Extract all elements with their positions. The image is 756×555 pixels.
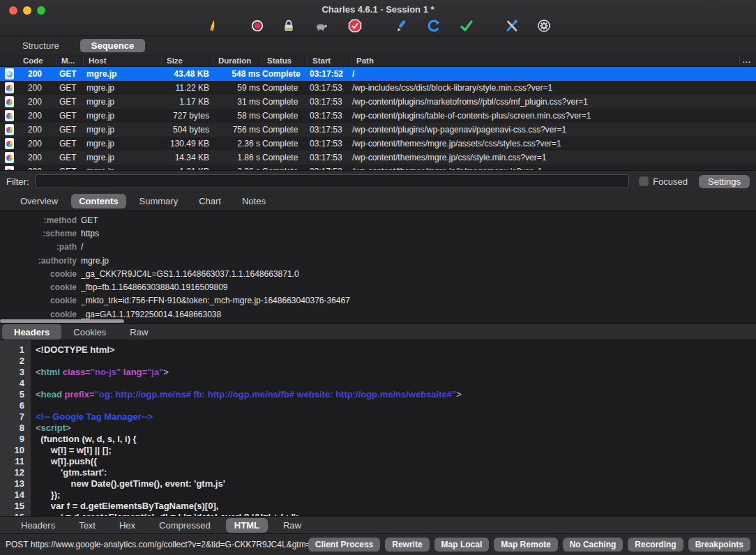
table-row[interactable]: 200GETmgre.jp130.49 KB2.36 sComplete03:1… bbox=[0, 137, 756, 151]
header-row[interactable]: :authoritymgre.jp bbox=[0, 254, 756, 267]
header-row[interactable]: cookie_ga_CKK7R9JC4L=GS1.1.1648663037.1.… bbox=[0, 267, 756, 280]
line-number: 13 bbox=[0, 478, 24, 489]
tab-overview[interactable]: Overview bbox=[13, 194, 66, 208]
request-tab-headers[interactable]: Headers bbox=[2, 324, 61, 340]
column-header-status[interactable]: Status bbox=[262, 56, 307, 66]
status-button-breakpoints[interactable]: Breakpoints bbox=[688, 538, 750, 552]
line-number: 5 bbox=[0, 389, 24, 400]
start-time: 03:17:53 bbox=[307, 111, 351, 121]
status-code: 200 bbox=[18, 139, 56, 149]
view-tab-structure[interactable]: Structure bbox=[14, 39, 68, 52]
line-number: 8 bbox=[0, 423, 24, 434]
status-buttons: Client ProcessRewriteMap LocalMap Remote… bbox=[308, 538, 750, 552]
settings-gear-icon[interactable] bbox=[536, 18, 552, 33]
css-document-icon bbox=[5, 124, 14, 135]
response-tab-raw[interactable]: Raw bbox=[275, 518, 310, 533]
host: mgre.jp bbox=[83, 97, 161, 107]
header-value: _mkto_trk=id:756-FFN-910&token:_mch-mgre… bbox=[81, 296, 756, 305]
column-header-m[interactable]: M... bbox=[56, 56, 83, 66]
path: /wp-content/plugins/table-of-contents-pl… bbox=[351, 111, 756, 121]
response-tab-compressed[interactable]: Compressed bbox=[151, 518, 219, 533]
response-tab-hex[interactable]: Hex bbox=[111, 518, 144, 533]
status-button-client-process[interactable]: Client Process bbox=[308, 538, 380, 552]
tab-notes[interactable]: Notes bbox=[234, 194, 273, 208]
view-tab-sequence[interactable]: Sequence bbox=[80, 39, 145, 52]
path: /wp-content/plugins/marketofroms//pbl/cs… bbox=[351, 97, 756, 107]
header-row[interactable]: cookie_mkto_trk=id:756-FFN-910&token:_mc… bbox=[0, 294, 756, 307]
line-number: 3 bbox=[0, 367, 24, 378]
code-line: <head prefix="og: http://ogp.me/ns# fb: … bbox=[36, 389, 756, 400]
code-line: <html class="no-js" lang="ja"> bbox=[36, 367, 756, 378]
tab-contents[interactable]: Contents bbox=[71, 194, 126, 208]
table-row[interactable]: 200GETmgre.jp43.48 KB548 msComplete03:17… bbox=[0, 67, 756, 81]
code-line: <!-- Google Tag Manager--> bbox=[36, 411, 756, 423]
repeat-icon[interactable] bbox=[426, 18, 441, 33]
status-button-map-remote[interactable]: Map Remote bbox=[494, 538, 557, 552]
request-tab-raw[interactable]: Raw bbox=[118, 324, 160, 340]
line-number: 4 bbox=[0, 378, 24, 389]
duration: 1.86 s bbox=[213, 153, 262, 162]
header-row[interactable]: :schemehttps bbox=[0, 227, 756, 240]
compose-icon[interactable] bbox=[394, 18, 409, 33]
table-row[interactable]: 200GETmgre.jp504 bytes756 msComplete03:1… bbox=[0, 123, 756, 137]
table-row[interactable]: 200GETmgre.jp11.22 KB59 msComplete03:17:… bbox=[0, 81, 756, 95]
table-row[interactable]: 200GETmgre.jp727 bytes58 msComplete03:17… bbox=[0, 109, 756, 123]
column-header-code[interactable]: Code bbox=[18, 56, 56, 66]
line-number: 10 bbox=[0, 445, 24, 456]
header-row[interactable]: :path/ bbox=[0, 241, 756, 254]
start-time: 03:17:52 bbox=[307, 69, 351, 79]
header-value: https bbox=[81, 229, 756, 238]
charles-window: Charles 4.6.1 - Session 1 * StructureSeq… bbox=[0, 0, 756, 555]
response-tab-headers[interactable]: Headers bbox=[13, 518, 63, 533]
header-row[interactable]: :methodGET bbox=[0, 213, 756, 227]
throttle-icon[interactable] bbox=[314, 18, 329, 33]
status-button-recording[interactable]: Recording bbox=[628, 538, 683, 552]
status-button-map-local[interactable]: Map Local bbox=[434, 538, 490, 552]
table-header: CodeM...HostSizeDurationStatusStartPath.… bbox=[0, 54, 756, 67]
size: 727 bytes bbox=[161, 111, 213, 121]
status-code: 200 bbox=[18, 97, 56, 107]
path: / bbox=[351, 69, 756, 79]
column-header-size[interactable]: Size bbox=[161, 56, 213, 66]
header-row[interactable]: cookie_fbp=fb.1.1648663038840.1916509809 bbox=[0, 280, 756, 294]
breakpoints-icon[interactable] bbox=[347, 18, 363, 33]
column-options-button[interactable]: ... bbox=[739, 56, 754, 64]
filter-settings-button[interactable]: Settings bbox=[699, 175, 750, 188]
filter-bar: Filter: Focused Settings bbox=[0, 170, 756, 192]
duration: 59 ms bbox=[213, 83, 262, 93]
host: mgre.jp bbox=[83, 69, 161, 79]
status-bar: POST https://www.google-analytics.com/g/… bbox=[0, 533, 756, 555]
tab-chart[interactable]: Chart bbox=[191, 194, 229, 208]
horizontal-scrollbar[interactable] bbox=[0, 319, 124, 323]
line-number: 1 bbox=[0, 344, 24, 356]
status-button-no-caching[interactable]: No Caching bbox=[563, 538, 623, 552]
filter-input[interactable] bbox=[35, 174, 630, 188]
status-code: 200 bbox=[18, 69, 56, 79]
table-row[interactable]: 200GETmgre.jp1.21 KB2.36 sComplete03:17:… bbox=[0, 165, 756, 170]
ssl-proxying-icon[interactable] bbox=[281, 18, 296, 33]
response-tab-text[interactable]: Text bbox=[70, 518, 104, 533]
start-time: 03:17:53 bbox=[307, 83, 351, 93]
status-code: 200 bbox=[18, 153, 56, 162]
validate-icon[interactable] bbox=[459, 18, 474, 33]
column-header-duration[interactable]: Duration bbox=[213, 56, 262, 66]
status-button-rewrite[interactable]: Rewrite bbox=[385, 538, 429, 552]
start-time: 03:17:53 bbox=[307, 125, 351, 135]
tools-icon[interactable] bbox=[504, 18, 520, 33]
request-tab-cookies[interactable]: Cookies bbox=[61, 324, 118, 340]
column-header-host[interactable]: Host bbox=[83, 56, 161, 66]
header-name: cookie bbox=[0, 323, 77, 324]
focused-checkbox[interactable] bbox=[639, 176, 649, 186]
tab-summary[interactable]: Summary bbox=[132, 194, 186, 208]
table-row[interactable]: 200GETmgre.jp14.34 KB1.86 sComplete03:17… bbox=[0, 151, 756, 165]
column-header-path[interactable]: Path bbox=[351, 56, 756, 66]
response-tab-html[interactable]: HTML bbox=[226, 518, 268, 533]
code-line: 'gtm.start': bbox=[36, 467, 756, 478]
column-header-start[interactable]: Start bbox=[307, 56, 351, 66]
filter-label: Filter: bbox=[6, 176, 29, 187]
table-row[interactable]: 200GETmgre.jp1.17 KB31 msComplete03:17:5… bbox=[0, 95, 756, 109]
path: /wp-content/themes/mgre.jp/assets/css/st… bbox=[351, 139, 756, 149]
record-icon[interactable] bbox=[250, 18, 265, 33]
clear-session-icon[interactable] bbox=[204, 18, 220, 33]
view-tab-bar: StructureSequence bbox=[0, 36, 756, 54]
